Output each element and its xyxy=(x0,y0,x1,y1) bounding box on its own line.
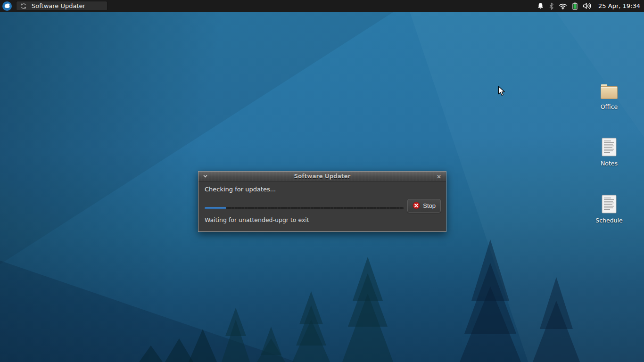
progress-row: Stop xyxy=(205,197,441,214)
desktop-icon-notes[interactable]: Notes xyxy=(589,138,629,167)
folder-icon xyxy=(600,83,619,100)
software-updater-window: Software Updater – ✕ Checking for update… xyxy=(198,171,446,232)
desktop-root: { "panel": { "menu_tooltip": "Applicatio… xyxy=(0,0,644,362)
stop-cancel-icon xyxy=(413,202,420,209)
chevron-down-icon xyxy=(203,173,208,179)
status-text: Checking for updates... xyxy=(205,186,276,193)
window-menu-button[interactable] xyxy=(203,173,208,179)
document-icon xyxy=(602,138,617,156)
bluetooth-icon[interactable] xyxy=(549,2,553,10)
stop-button-label: Stop xyxy=(423,202,436,209)
clock[interactable]: 25 Apr, 19:34 xyxy=(598,2,640,9)
wifi-icon[interactable] xyxy=(559,3,567,9)
window-title: Software Updater xyxy=(198,173,446,180)
battery-icon[interactable] xyxy=(572,2,578,10)
refresh-icon xyxy=(20,3,27,9)
taskbar-window-label: Software Updater xyxy=(32,2,85,9)
desktop-icon-office[interactable]: Office xyxy=(589,83,629,110)
minimize-button[interactable]: – xyxy=(424,172,433,181)
xubuntu-logo-icon xyxy=(2,1,12,11)
desktop-icon-label: Office xyxy=(601,103,618,110)
volume-icon[interactable] xyxy=(583,2,591,9)
forest-silhouette xyxy=(0,221,644,362)
desktop-icon-label: Notes xyxy=(601,160,618,167)
desktop-icon-label: Schedule xyxy=(595,217,622,224)
desktop-icon-schedule[interactable]: Schedule xyxy=(589,195,629,224)
stop-button[interactable]: Stop xyxy=(407,199,441,213)
notifications-icon[interactable] xyxy=(537,2,544,10)
status-detail-text: Waiting for unattended-upgr to exit xyxy=(205,216,309,223)
progress-fill xyxy=(205,207,226,209)
top-panel: Software Updater xyxy=(0,0,644,12)
document-icon xyxy=(602,195,617,214)
applications-menu-button[interactable] xyxy=(0,0,14,12)
window-titlebar[interactable]: Software Updater – ✕ xyxy=(198,172,446,181)
taskbar-window-button[interactable]: Software Updater xyxy=(16,1,107,11)
system-tray: 25 Apr, 19:34 xyxy=(537,0,644,12)
progress-bar xyxy=(205,207,404,209)
close-button[interactable]: ✕ xyxy=(435,172,443,181)
